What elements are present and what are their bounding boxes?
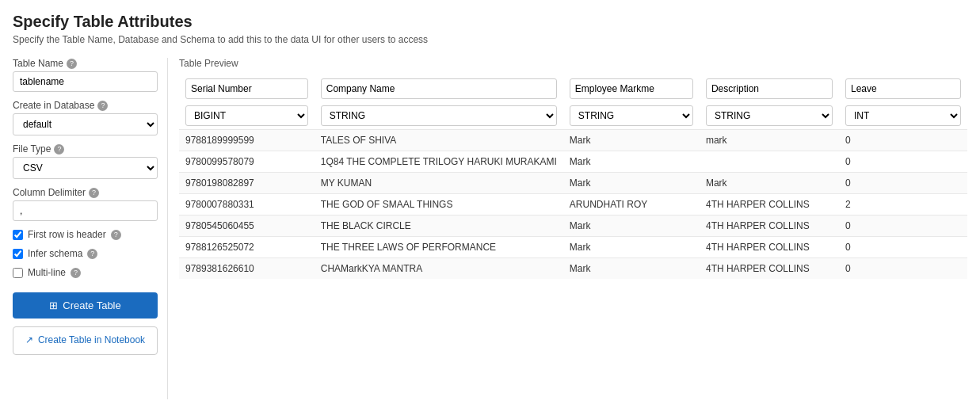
table-cell: TALES OF SHIVA	[315, 130, 563, 151]
col-delim-help-icon[interactable]: ?	[89, 188, 99, 198]
infer-schema-label: Infer schema	[28, 248, 82, 259]
table-cell: 9789381626610	[179, 258, 315, 280]
column-type-cell: BIGINTSTRINGINTDOUBLEBOOLEANDATETIMESTAM…	[563, 102, 700, 130]
table-name-group: Table Name ?	[13, 58, 158, 92]
table-cell: THE THREE LAWS OF PERFORMANCE	[315, 237, 563, 258]
column-type-cell: BIGINTSTRINGINTDOUBLEBOOLEANDATETIMESTAM…	[839, 102, 967, 130]
multi-line-group: Multi-line ?	[13, 267, 158, 278]
left-panel: Table Name ? Create in Database ? defaul…	[13, 58, 167, 399]
table-cell: 0	[839, 173, 967, 194]
table-cell: 9780099578079	[179, 151, 315, 173]
first-row-label: First row is header	[28, 229, 106, 240]
preview-table: BIGINTSTRINGINTDOUBLEBOOLEANDATETIMESTAM…	[179, 75, 967, 279]
column-type-cell: BIGINTSTRINGINTDOUBLEBOOLEANDATETIMESTAM…	[700, 102, 839, 130]
page-container: Specify Table Attributes Specify the Tab…	[0, 0, 980, 412]
table-cell: mark	[700, 130, 839, 151]
table-cell: ARUNDHATI ROY	[563, 194, 700, 216]
file-type-group: File Type ? CSV	[13, 143, 158, 179]
column-header-cell	[179, 75, 315, 102]
multi-line-label: Multi-line	[28, 267, 66, 278]
column-type-cell: BIGINTSTRINGINTDOUBLEBOOLEANDATETIMESTAM…	[179, 102, 315, 130]
table-cell: Mark	[563, 258, 700, 280]
table-cell: 0	[839, 130, 967, 151]
column-name-input[interactable]	[706, 78, 833, 99]
table-cell: Mark	[563, 151, 700, 173]
column-type-select[interactable]: BIGINTSTRINGINTDOUBLEBOOLEANDATETIMESTAM…	[845, 105, 961, 126]
table-body: 9788189999599TALES OF SHIVAMarkmark09780…	[179, 130, 967, 280]
column-name-input[interactable]	[570, 78, 693, 99]
column-header-cell	[315, 75, 563, 102]
table-cell: 0	[839, 216, 967, 237]
multi-line-help-icon[interactable]: ?	[71, 268, 81, 278]
table-cell: Mark	[700, 173, 839, 194]
table-cell: 4TH HARPER COLLINS	[700, 216, 839, 237]
table-cell: 4TH HARPER COLLINS	[700, 258, 839, 280]
column-name-input[interactable]	[321, 78, 557, 99]
table-row: 9788126525072THE THREE LAWS OF PERFORMAN…	[179, 237, 967, 258]
preview-label: Table Preview	[179, 58, 967, 69]
create-table-button[interactable]: ⊞ Create Table	[13, 292, 158, 319]
table-cell: THE BLACK CIRCLE	[315, 216, 563, 237]
main-layout: Table Name ? Create in Database ? defaul…	[13, 58, 967, 399]
table-cell: 9780545060455	[179, 216, 315, 237]
table-cell: 9780198082897	[179, 173, 315, 194]
table-cell: 0	[839, 237, 967, 258]
column-type-row: BIGINTSTRINGINTDOUBLEBOOLEANDATETIMESTAM…	[179, 102, 967, 130]
column-type-select[interactable]: BIGINTSTRINGINTDOUBLEBOOLEANDATETIMESTAM…	[570, 105, 693, 126]
column-header-cell	[563, 75, 700, 102]
col-delim-group: Column Delimiter ?	[13, 187, 158, 221]
infer-schema-group: Infer schema ?	[13, 248, 158, 259]
table-cell: MY KUMAN	[315, 173, 563, 194]
column-name-input[interactable]	[185, 78, 308, 99]
infer-schema-checkbox[interactable]	[13, 249, 23, 259]
col-delim-label: Column Delimiter ?	[13, 187, 158, 198]
table-cell: Mark	[563, 173, 700, 194]
col-delim-input[interactable]	[13, 200, 158, 221]
table-cell: 9788126525072	[179, 237, 315, 258]
table-cell: 9780007880331	[179, 194, 315, 216]
table-name-help-icon[interactable]: ?	[67, 59, 77, 69]
table-name-label: Table Name ?	[13, 58, 158, 69]
file-type-label: File Type ?	[13, 143, 158, 154]
create-db-help-icon[interactable]: ?	[97, 101, 108, 111]
table-cell: Mark	[563, 237, 700, 258]
page-title: Specify Table Attributes	[13, 13, 967, 31]
first-row-checkbox[interactable]	[13, 230, 23, 240]
table-wrapper: BIGINTSTRINGINTDOUBLEBOOLEANDATETIMESTAM…	[179, 75, 967, 279]
table-row: 97800995780791Q84 THE COMPLETE TRILOGY H…	[179, 151, 967, 173]
table-row: 9780007880331THE GOD OF SMAAL THINGSARUN…	[179, 194, 967, 216]
infer-schema-help-icon[interactable]: ?	[87, 249, 97, 259]
table-row: 9780198082897MY KUMANMarkMark0	[179, 173, 967, 194]
table-cell: Mark	[563, 130, 700, 151]
table-cell: Mark	[563, 216, 700, 237]
column-header-cell	[700, 75, 839, 102]
table-cell: 4TH HARPER COLLINS	[700, 237, 839, 258]
table-cell: CHAMarkKYA MANTRA	[315, 258, 563, 280]
table-cell: 1Q84 THE COMPLETE TRILOGY HARUKI MURAKAM…	[315, 151, 563, 173]
right-panel: Table Preview BIGINTSTRINGINTDOUBLEBOOLE…	[167, 58, 967, 399]
table-cell: 4TH HARPER COLLINS	[700, 194, 839, 216]
first-row-help-icon[interactable]: ?	[111, 230, 121, 240]
column-type-select[interactable]: BIGINTSTRINGINTDOUBLEBOOLEANDATETIMESTAM…	[706, 105, 833, 126]
create-db-group: Create in Database ? default	[13, 100, 158, 135]
column-type-cell: BIGINTSTRINGINTDOUBLEBOOLEANDATETIMESTAM…	[315, 102, 563, 130]
table-cell: THE GOD OF SMAAL THINGS	[315, 194, 563, 216]
create-db-label: Create in Database ?	[13, 100, 158, 111]
column-type-select[interactable]: BIGINTSTRINGINTDOUBLEBOOLEANDATETIMESTAM…	[321, 105, 557, 126]
multi-line-checkbox[interactable]	[13, 268, 23, 278]
table-cell: 0	[839, 258, 967, 280]
table-cell: 0	[839, 151, 967, 173]
file-type-help-icon[interactable]: ?	[54, 144, 64, 154]
table-cell: 9788189999599	[179, 130, 315, 151]
create-db-select[interactable]: default	[13, 113, 158, 135]
table-row: 9788189999599TALES OF SHIVAMarkmark0	[179, 130, 967, 151]
table-row: 9789381626610CHAMarkKYA MANTRAMark4TH HA…	[179, 258, 967, 280]
table-name-input[interactable]	[13, 71, 158, 92]
table-icon: ⊞	[49, 299, 58, 311]
create-table-notebook-button[interactable]: ↗ Create Table in Notebook	[13, 326, 158, 355]
first-row-header-group: First row is header ?	[13, 229, 158, 240]
file-type-select[interactable]: CSV	[13, 157, 158, 179]
column-name-input[interactable]	[845, 78, 961, 99]
table-cell: 2	[839, 194, 967, 216]
column-type-select[interactable]: BIGINTSTRINGINTDOUBLEBOOLEANDATETIMESTAM…	[185, 105, 308, 126]
